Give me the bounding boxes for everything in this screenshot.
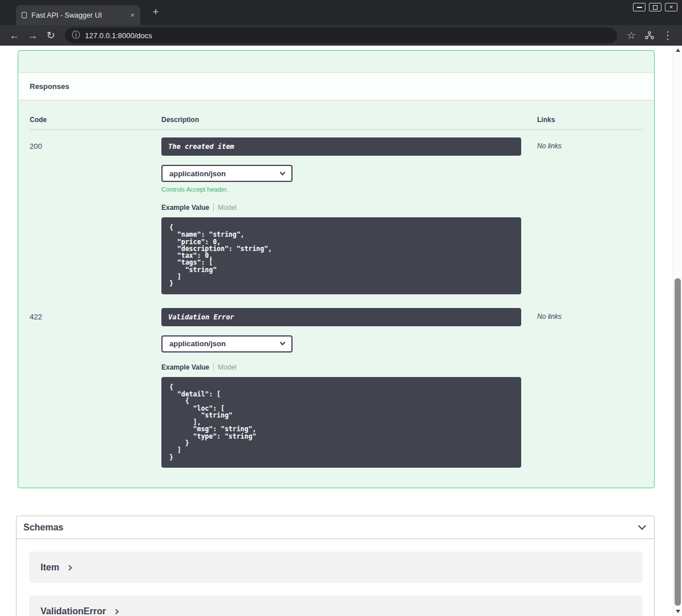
tabs-divider xyxy=(213,204,214,212)
col-code: Code xyxy=(30,116,161,124)
media-type-value: application/json xyxy=(169,339,226,348)
page-icon xyxy=(22,12,27,18)
scroll-down-arrow[interactable] xyxy=(673,607,682,616)
chevron-down-icon[interactable] xyxy=(638,522,646,530)
swagger-page: Responses Code Description Links 200 The… xyxy=(0,46,682,616)
example-json-block: { "name": "string", "price": 0, "descrip… xyxy=(161,217,521,294)
schema-name: Item xyxy=(40,562,59,573)
chevron-down-icon xyxy=(280,340,286,346)
tab-title: Fast API - Swagger UI xyxy=(31,11,125,19)
media-type-select[interactable]: application/json xyxy=(161,165,293,182)
responses-table: Code Description Links 200 The created i… xyxy=(18,100,654,468)
response-description-cell: The created item application/json Contro… xyxy=(161,137,521,294)
forward-button[interactable]: → xyxy=(24,27,41,43)
schema-name: ValidationError xyxy=(40,606,106,616)
browser-tab[interactable]: Fast API - Swagger UI × xyxy=(16,5,140,25)
media-type-select[interactable]: application/json xyxy=(161,335,293,352)
col-links: Links xyxy=(521,116,643,124)
extensions-icon[interactable] xyxy=(641,27,658,43)
vertical-scrollbar[interactable] xyxy=(673,46,682,616)
response-description-cell: Validation Error application/json Exampl… xyxy=(161,308,521,468)
responses-section: Responses Code Description Links 200 The… xyxy=(18,50,655,488)
schemas-list: Item ValidationError xyxy=(17,539,654,616)
browser-titlebar: Fast API - Swagger UI × + × xyxy=(0,0,682,25)
response-description: The created item xyxy=(161,137,521,156)
scroll-up-arrow[interactable] xyxy=(673,46,682,55)
browser-toolbar: ← → ↻ ⓘ 127.0.0.1:8000/docs ☆ ⋮ xyxy=(0,25,682,46)
example-model-tabs: Example Value Model xyxy=(161,363,521,371)
tab-close-icon[interactable]: × xyxy=(130,11,135,19)
tab-example-value[interactable]: Example Value xyxy=(161,363,209,371)
schemas-section: Schemas Item ValidationError xyxy=(16,516,655,616)
maximize-icon xyxy=(653,5,657,10)
responses-title: Responses xyxy=(30,82,69,91)
tab-model[interactable]: Model xyxy=(218,204,237,212)
accept-header-note: Controls Accept header. xyxy=(161,186,521,193)
schema-item[interactable]: Item xyxy=(29,552,643,583)
example-json-block: { "detail": [ { "loc": [ "string" ], "ms… xyxy=(161,377,521,468)
response-row-422: 422 Validation Error application/json Ex… xyxy=(30,301,643,468)
minimize-button[interactable] xyxy=(633,3,646,11)
minimize-icon xyxy=(637,7,642,8)
close-icon: × xyxy=(669,4,673,10)
responses-table-head: Code Description Links xyxy=(30,100,643,130)
reload-button[interactable]: ↻ xyxy=(42,27,59,43)
tab-model[interactable]: Model xyxy=(218,363,237,371)
address-bar[interactable]: ⓘ 127.0.0.1:8000/docs xyxy=(65,27,617,43)
schema-validationerror[interactable]: ValidationError xyxy=(29,595,643,616)
response-code: 200 xyxy=(30,137,161,294)
window-controls: × xyxy=(633,3,677,11)
browser-menu-icon[interactable]: ⋮ xyxy=(659,27,676,43)
tabs-divider xyxy=(213,363,214,371)
col-description: Description xyxy=(161,116,521,124)
media-type-value: application/json xyxy=(169,169,226,178)
triangle-down-icon xyxy=(676,610,680,613)
response-code: 422 xyxy=(30,308,161,468)
close-button[interactable]: × xyxy=(665,3,677,11)
responses-header: Responses xyxy=(18,72,654,100)
bookmark-star-icon[interactable]: ☆ xyxy=(623,27,640,43)
triangle-up-icon xyxy=(676,48,680,52)
new-tab-button[interactable]: + xyxy=(148,5,163,19)
schemas-title: Schemas xyxy=(23,522,63,533)
schemas-header[interactable]: Schemas xyxy=(17,516,654,539)
response-row-200: 200 The created item application/json Co… xyxy=(30,130,643,294)
chevron-right-icon xyxy=(66,565,72,570)
responses-gap xyxy=(18,51,654,72)
scrollbar-thumb[interactable] xyxy=(675,278,681,606)
chevron-down-icon xyxy=(280,169,286,175)
url-text[interactable]: 127.0.0.1:8000/docs xyxy=(85,31,152,40)
tab-example-value[interactable]: Example Value xyxy=(161,204,209,212)
response-description: Validation Error xyxy=(161,308,521,326)
response-links: No links xyxy=(521,308,643,468)
example-model-tabs: Example Value Model xyxy=(161,204,521,212)
maximize-button[interactable] xyxy=(649,3,661,11)
chevron-right-icon xyxy=(113,609,119,614)
back-button[interactable]: ← xyxy=(6,27,23,43)
site-info-icon[interactable]: ⓘ xyxy=(72,30,80,40)
response-links: No links xyxy=(521,137,643,294)
